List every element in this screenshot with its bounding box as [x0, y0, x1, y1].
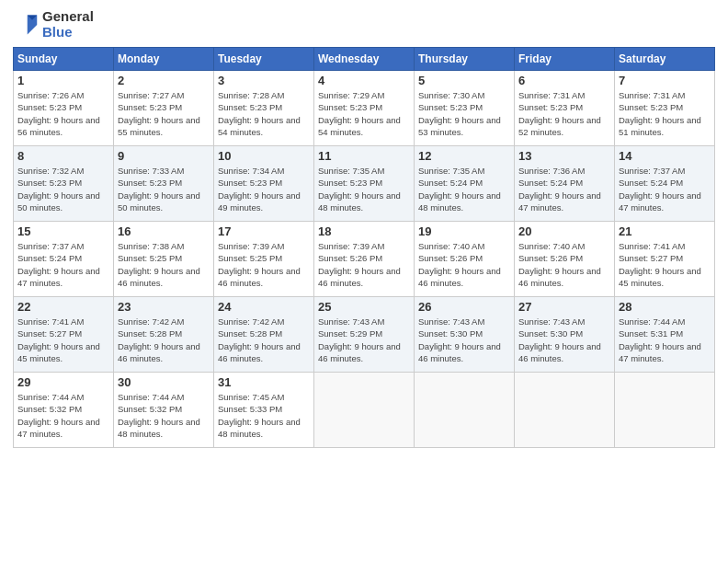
day-number: 13	[518, 149, 610, 163]
calendar-cell	[515, 373, 615, 448]
day-info: Sunrise: 7:42 AMSunset: 5:28 PMDaylight:…	[218, 316, 310, 364]
day-info: Sunrise: 7:37 AMSunset: 5:24 PMDaylight:…	[619, 165, 711, 213]
calendar-cell: 11Sunrise: 7:35 AMSunset: 5:23 PMDayligh…	[314, 146, 415, 222]
day-info: Sunrise: 7:35 AMSunset: 5:24 PMDaylight:…	[418, 165, 510, 213]
day-info: Sunrise: 7:34 AMSunset: 5:23 PMDaylight:…	[218, 165, 310, 213]
calendar-cell: 12Sunrise: 7:35 AMSunset: 5:24 PMDayligh…	[415, 146, 515, 222]
day-info: Sunrise: 7:33 AMSunset: 5:23 PMDaylight:…	[118, 165, 210, 213]
calendar-cell: 6Sunrise: 7:31 AMSunset: 5:23 PMDaylight…	[515, 71, 615, 146]
day-header-wednesday: Wednesday	[314, 48, 415, 71]
calendar-cell: 19Sunrise: 7:40 AMSunset: 5:26 PMDayligh…	[415, 222, 515, 297]
calendar-cell: 14Sunrise: 7:37 AMSunset: 5:24 PMDayligh…	[615, 146, 715, 222]
calendar-cell: 22Sunrise: 7:41 AMSunset: 5:27 PMDayligh…	[14, 297, 114, 373]
calendar-cell: 18Sunrise: 7:39 AMSunset: 5:26 PMDayligh…	[314, 222, 415, 297]
day-number: 5	[418, 74, 510, 87]
day-info: Sunrise: 7:42 AMSunset: 5:28 PMDaylight:…	[118, 316, 210, 364]
day-info: Sunrise: 7:43 AMSunset: 5:29 PMDaylight:…	[318, 316, 410, 364]
calendar-cell: 4Sunrise: 7:29 AMSunset: 5:23 PMDaylight…	[314, 71, 415, 146]
day-info: Sunrise: 7:41 AMSunset: 5:27 PMDaylight:…	[17, 316, 109, 364]
calendar-cell: 26Sunrise: 7:43 AMSunset: 5:30 PMDayligh…	[415, 297, 515, 373]
calendar-cell: 15Sunrise: 7:37 AMSunset: 5:24 PMDayligh…	[14, 222, 114, 297]
day-info: Sunrise: 7:32 AMSunset: 5:23 PMDaylight:…	[17, 165, 109, 213]
calendar-week-row: 1Sunrise: 7:26 AMSunset: 5:23 PMDaylight…	[14, 71, 715, 146]
calendar-cell: 23Sunrise: 7:42 AMSunset: 5:28 PMDayligh…	[114, 297, 214, 373]
calendar-cell: 27Sunrise: 7:43 AMSunset: 5:30 PMDayligh…	[515, 297, 615, 373]
day-header-monday: Monday	[114, 48, 214, 71]
calendar-cell: 24Sunrise: 7:42 AMSunset: 5:28 PMDayligh…	[214, 297, 314, 373]
day-info: Sunrise: 7:44 AMSunset: 5:32 PMDaylight:…	[118, 391, 210, 440]
day-info: Sunrise: 7:29 AMSunset: 5:23 PMDaylight:…	[318, 89, 410, 138]
day-info: Sunrise: 7:41 AMSunset: 5:27 PMDaylight:…	[619, 240, 711, 289]
day-info: Sunrise: 7:31 AMSunset: 5:23 PMDaylight:…	[619, 89, 711, 138]
day-info: Sunrise: 7:38 AMSunset: 5:25 PMDaylight:…	[118, 240, 210, 289]
day-info: Sunrise: 7:26 AMSunset: 5:23 PMDaylight:…	[17, 89, 109, 138]
day-number: 18	[318, 224, 410, 238]
day-header-friday: Friday	[515, 48, 615, 71]
calendar-cell: 5Sunrise: 7:30 AMSunset: 5:23 PMDaylight…	[415, 71, 515, 146]
day-number: 2	[118, 74, 210, 87]
calendar-cell: 21Sunrise: 7:41 AMSunset: 5:27 PMDayligh…	[615, 222, 715, 297]
calendar-week-row: 15Sunrise: 7:37 AMSunset: 5:24 PMDayligh…	[14, 222, 715, 297]
day-number: 17	[218, 224, 310, 238]
calendar-cell: 20Sunrise: 7:40 AMSunset: 5:26 PMDayligh…	[515, 222, 615, 297]
calendar-cell	[615, 373, 715, 448]
calendar-week-row: 8Sunrise: 7:32 AMSunset: 5:23 PMDaylight…	[14, 146, 715, 222]
header-row: SundayMondayTuesdayWednesdayThursdayFrid…	[14, 48, 715, 71]
calendar-cell: 2Sunrise: 7:27 AMSunset: 5:23 PMDaylight…	[114, 71, 214, 146]
calendar-table: SundayMondayTuesdayWednesdayThursdayFrid…	[13, 47, 715, 448]
day-number: 22	[17, 300, 109, 314]
day-info: Sunrise: 7:35 AMSunset: 5:23 PMDaylight:…	[318, 165, 410, 213]
day-number: 4	[318, 74, 410, 87]
calendar-cell	[415, 373, 515, 448]
day-number: 7	[619, 74, 711, 87]
logo: General Blue	[13, 9, 94, 40]
day-info: Sunrise: 7:30 AMSunset: 5:23 PMDaylight:…	[418, 89, 510, 138]
calendar-cell: 28Sunrise: 7:44 AMSunset: 5:31 PMDayligh…	[615, 297, 715, 373]
day-number: 26	[418, 300, 510, 314]
calendar-cell: 16Sunrise: 7:38 AMSunset: 5:25 PMDayligh…	[114, 222, 214, 297]
day-info: Sunrise: 7:31 AMSunset: 5:23 PMDaylight:…	[518, 89, 610, 138]
day-info: Sunrise: 7:37 AMSunset: 5:24 PMDaylight:…	[17, 240, 109, 289]
day-info: Sunrise: 7:27 AMSunset: 5:23 PMDaylight:…	[118, 89, 210, 138]
calendar-cell: 1Sunrise: 7:26 AMSunset: 5:23 PMDaylight…	[14, 71, 114, 146]
calendar-cell: 7Sunrise: 7:31 AMSunset: 5:23 PMDaylight…	[615, 71, 715, 146]
day-info: Sunrise: 7:39 AMSunset: 5:25 PMDaylight:…	[218, 240, 310, 289]
day-header-tuesday: Tuesday	[214, 48, 314, 71]
calendar-week-row: 29Sunrise: 7:44 AMSunset: 5:32 PMDayligh…	[14, 373, 715, 448]
day-number: 9	[118, 149, 210, 163]
calendar-cell: 13Sunrise: 7:36 AMSunset: 5:24 PMDayligh…	[515, 146, 615, 222]
day-header-sunday: Sunday	[14, 48, 114, 71]
calendar-cell	[314, 373, 415, 448]
calendar-cell: 30Sunrise: 7:44 AMSunset: 5:32 PMDayligh…	[114, 373, 214, 448]
day-number: 3	[218, 74, 310, 87]
day-info: Sunrise: 7:43 AMSunset: 5:30 PMDaylight:…	[518, 316, 610, 364]
day-info: Sunrise: 7:40 AMSunset: 5:26 PMDaylight:…	[518, 240, 610, 289]
day-number: 11	[318, 149, 410, 163]
logo-text: General Blue	[42, 9, 94, 40]
day-number: 24	[218, 300, 310, 314]
day-number: 1	[17, 74, 109, 87]
calendar-cell: 3Sunrise: 7:28 AMSunset: 5:23 PMDaylight…	[214, 71, 314, 146]
day-info: Sunrise: 7:28 AMSunset: 5:23 PMDaylight:…	[218, 89, 310, 138]
calendar-cell: 29Sunrise: 7:44 AMSunset: 5:32 PMDayligh…	[14, 373, 114, 448]
day-number: 28	[619, 300, 711, 314]
day-info: Sunrise: 7:43 AMSunset: 5:30 PMDaylight:…	[418, 316, 510, 364]
day-number: 14	[619, 149, 711, 163]
day-info: Sunrise: 7:36 AMSunset: 5:24 PMDaylight:…	[518, 165, 610, 213]
day-info: Sunrise: 7:40 AMSunset: 5:26 PMDaylight:…	[418, 240, 510, 289]
day-number: 27	[518, 300, 610, 314]
header: General Blue	[13, 9, 715, 40]
day-number: 31	[218, 375, 310, 389]
calendar-cell: 31Sunrise: 7:45 AMSunset: 5:33 PMDayligh…	[214, 373, 314, 448]
day-header-thursday: Thursday	[415, 48, 515, 71]
logo-icon	[13, 12, 39, 38]
calendar-cell: 10Sunrise: 7:34 AMSunset: 5:23 PMDayligh…	[214, 146, 314, 222]
day-number: 23	[118, 300, 210, 314]
day-info: Sunrise: 7:45 AMSunset: 5:33 PMDaylight:…	[218, 391, 310, 440]
day-number: 19	[418, 224, 510, 238]
day-number: 25	[318, 300, 410, 314]
day-number: 10	[218, 149, 310, 163]
day-number: 20	[518, 224, 610, 238]
calendar-page: General Blue SundayMondayTuesdayWednesda…	[0, 0, 728, 563]
calendar-cell: 17Sunrise: 7:39 AMSunset: 5:25 PMDayligh…	[214, 222, 314, 297]
